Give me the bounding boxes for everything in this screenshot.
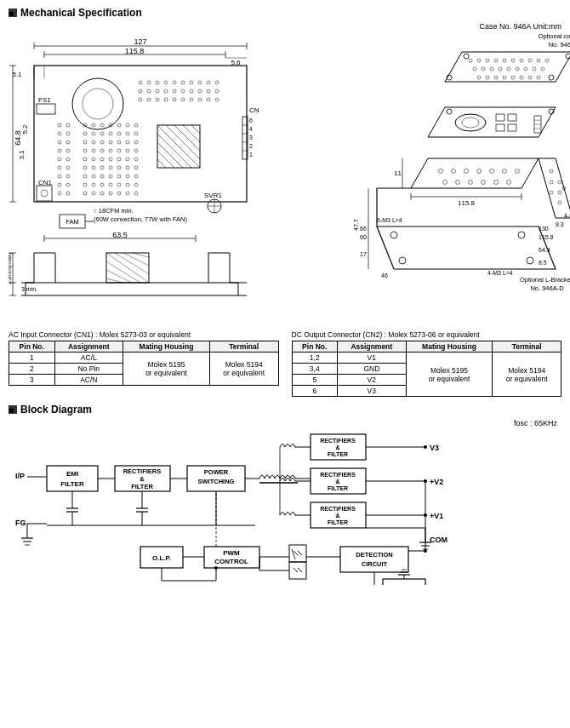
svg-text:127: 127	[134, 37, 146, 46]
svg-point-396	[214, 566, 218, 570]
svg-rect-374	[289, 545, 306, 562]
svg-point-105	[126, 123, 129, 127]
svg-line-183	[106, 270, 132, 283]
svg-point-122	[92, 149, 95, 152]
ac-col-pinno: Pin No.	[9, 341, 55, 353]
svg-text:3.1: 3.1	[18, 150, 26, 160]
svg-point-102	[100, 123, 104, 127]
svg-point-224	[520, 76, 523, 79]
svg-point-206	[520, 59, 523, 62]
svg-text:130: 130	[539, 226, 549, 232]
svg-rect-369	[383, 579, 425, 585]
svg-point-54	[156, 89, 159, 93]
svg-point-159	[109, 192, 112, 195]
svg-point-127	[134, 149, 138, 152]
svg-text:115.8: 115.8	[458, 199, 476, 207]
svg-point-205	[511, 59, 515, 62]
svg-point-58	[190, 89, 193, 93]
svg-text:25mm(max): 25mm(max)	[9, 252, 13, 284]
svg-point-246	[452, 169, 456, 174]
svg-line-379	[294, 568, 298, 572]
svg-line-96	[157, 134, 191, 168]
section-title: Mechanical Specification	[20, 7, 142, 19]
svg-point-83	[66, 166, 70, 169]
svg-text:FILTER: FILTER	[328, 485, 348, 491]
svg-point-78	[58, 149, 61, 152]
svg-text:11: 11	[394, 169, 402, 177]
svg-point-109	[100, 132, 104, 135]
svg-point-86	[58, 183, 61, 186]
svg-point-57	[181, 89, 185, 93]
svg-point-227	[464, 54, 469, 59]
svg-text:8.3: 8.3	[556, 221, 564, 227]
ac-connector-table: Pin No. Assignment Mating Housing Termin…	[9, 341, 279, 386]
svg-text:FILTER: FILTER	[328, 451, 348, 457]
svg-point-64	[156, 98, 159, 101]
svg-point-104	[117, 123, 121, 127]
svg-marker-264	[377, 226, 556, 269]
svg-text:2: 2	[249, 143, 253, 149]
svg-point-134	[134, 158, 138, 161]
svg-point-59	[198, 89, 202, 93]
svg-text:&: &	[335, 479, 339, 484]
svg-point-254	[469, 181, 473, 185]
svg-point-39	[41, 190, 48, 197]
svg-point-142	[83, 175, 87, 178]
section-icon: ■	[9, 9, 17, 17]
svg-text:66: 66	[360, 226, 367, 232]
svg-point-256	[494, 181, 499, 185]
svg-text:4: 4	[249, 126, 253, 132]
ac-connector-title: AC Input Connector (CN1) : Molex 5273-03…	[9, 330, 279, 339]
dc-col-assignment: Assignment	[338, 341, 407, 353]
svg-text:+V2: +V2	[430, 478, 443, 486]
svg-point-218	[541, 67, 544, 71]
svg-point-67	[181, 98, 185, 101]
svg-point-62	[139, 98, 142, 101]
svg-point-265	[390, 232, 397, 238]
svg-text:COM: COM	[430, 536, 447, 544]
svg-point-45	[164, 81, 168, 84]
svg-line-97	[157, 142, 183, 168]
mech-drawing-svg: 127 115.8 5.6 5.1 64.8	[9, 27, 259, 317]
svg-point-160	[117, 192, 121, 195]
svg-rect-235	[508, 114, 516, 121]
svg-text:5.2: 5.2	[21, 124, 29, 135]
svg-point-135	[83, 166, 87, 169]
svg-point-89	[66, 192, 70, 195]
svg-point-255	[482, 181, 486, 185]
svg-point-151	[100, 183, 104, 186]
ac-col-assignment: Assignment	[54, 341, 123, 353]
svg-text:FILTER: FILTER	[328, 519, 348, 525]
svg-point-200	[469, 59, 472, 62]
svg-point-253	[456, 181, 460, 185]
svg-line-92	[166, 125, 200, 159]
svg-point-63	[147, 98, 151, 101]
svg-point-130	[100, 158, 104, 161]
svg-text:3: 3	[249, 135, 253, 140]
svg-text:RECTIFIERS: RECTIFIERS	[123, 467, 162, 475]
section-header: ■ Mechanical Specification	[9, 7, 561, 19]
svg-point-113	[134, 132, 138, 135]
svg-point-140	[126, 166, 129, 169]
svg-point-143	[92, 175, 95, 178]
svg-point-112	[126, 132, 129, 135]
svg-point-106	[134, 123, 138, 127]
dc-connector-section: DC Output Connector (CN2) : Molex 5273-0…	[292, 330, 562, 397]
svg-point-87	[66, 183, 70, 186]
svg-text:FILTER: FILTER	[131, 483, 153, 490]
case-info: Case No. 946A Unit:mm	[479, 22, 561, 31]
svg-text:64.9: 64.9	[539, 247, 550, 253]
svg-rect-36	[37, 104, 55, 114]
svg-line-93	[174, 125, 200, 151]
svg-point-46	[173, 81, 176, 84]
svg-rect-236	[496, 124, 504, 131]
svg-point-203	[494, 59, 498, 62]
svg-point-119	[126, 140, 129, 144]
svg-point-47	[181, 81, 185, 84]
svg-point-114	[83, 140, 87, 144]
svg-line-377	[292, 549, 295, 559]
svg-line-179	[115, 253, 149, 274]
svg-text:5.1: 5.1	[12, 71, 22, 78]
svg-text:60: 60	[360, 234, 367, 240]
svg-point-204	[503, 59, 506, 62]
